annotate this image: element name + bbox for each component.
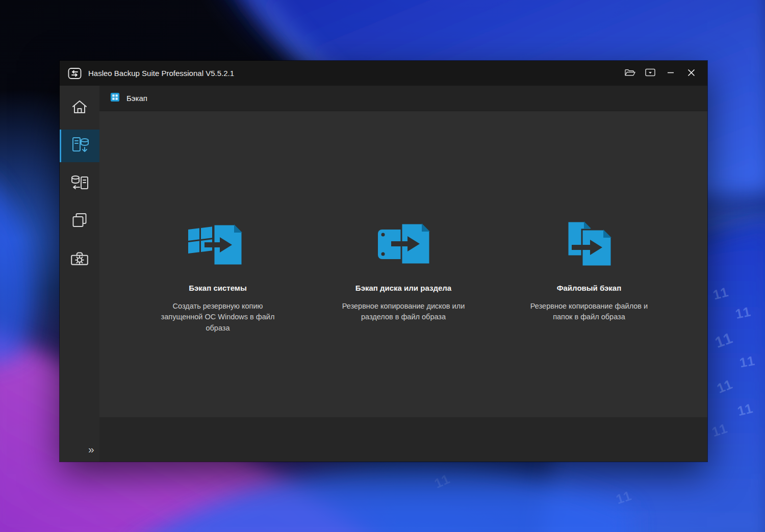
sidebar-item-backup[interactable] — [60, 130, 99, 162]
backup-main-panel: Бэкап системы Создать резервную копию за… — [99, 111, 707, 417]
window-down-arrow-icon — [645, 68, 656, 79]
minimize-icon — [667, 68, 675, 78]
content-header: Бэкап — [99, 86, 707, 111]
option-description: Резервное копирование дисков или раздело… — [339, 301, 468, 323]
sidebar: » — [60, 86, 99, 462]
desktop: 11 11 11 11 11 11 11 11 11 Hasleo Backup… — [0, 0, 765, 532]
option-description: Резервное копирование файлов и папок в ф… — [524, 301, 654, 323]
open-folder-icon — [624, 68, 636, 79]
wallpaper-digit: 11 — [734, 303, 753, 322]
bottom-strip — [99, 417, 707, 462]
option-title: Файловый бэкап — [557, 284, 622, 292]
sidebar-item-tools[interactable] — [60, 243, 99, 275]
close-icon — [687, 68, 696, 79]
minimize-button[interactable] — [660, 61, 681, 86]
backup-icon — [70, 135, 91, 157]
backup-grid-icon — [110, 92, 120, 104]
wallpaper-digit: 11 — [738, 353, 757, 371]
sidebar-item-restore[interactable] — [60, 167, 99, 200]
sidebar-expand-button[interactable]: » — [88, 443, 93, 455]
backup-option-file[interactable]: Файловый бэкап Резервное копирование фай… — [513, 218, 666, 334]
disk-backup-icon — [373, 218, 434, 270]
backup-option-disk[interactable]: Бэкап диска или раздела Резервное копиро… — [327, 218, 480, 334]
window-controls — [620, 61, 707, 86]
option-title: Бэкап системы — [189, 284, 246, 292]
content-area: Бэкап — [99, 86, 707, 462]
minimize-to-tray-button[interactable] — [640, 61, 660, 86]
option-title: Бэкап диска или раздела — [355, 284, 451, 292]
backup-options: Бэкап системы Создать резервную копию за… — [99, 218, 707, 334]
clone-icon — [70, 211, 89, 232]
open-folder-button[interactable] — [620, 61, 640, 86]
titlebar[interactable]: Hasleo Backup Suite Professional V5.5.2.… — [60, 61, 707, 86]
page-title: Бэкап — [126, 94, 147, 103]
home-icon — [70, 98, 89, 118]
window-title: Hasleo Backup Suite Professional V5.5.2.… — [88, 69, 234, 78]
sidebar-item-home[interactable] — [60, 92, 99, 124]
toolbox-icon — [69, 249, 90, 269]
restore-icon — [69, 173, 90, 194]
sidebar-item-clone[interactable] — [60, 205, 99, 238]
app-logo-icon — [68, 67, 82, 80]
backup-option-system[interactable]: Бэкап системы Создать резервную копию за… — [141, 218, 294, 334]
close-button[interactable] — [681, 61, 701, 86]
system-backup-icon — [187, 218, 248, 270]
option-description: Создать резервную копию запущенной ОС Wi… — [153, 301, 283, 334]
app-window: Hasleo Backup Suite Professional V5.5.2.… — [60, 61, 707, 462]
file-backup-icon — [558, 218, 620, 270]
